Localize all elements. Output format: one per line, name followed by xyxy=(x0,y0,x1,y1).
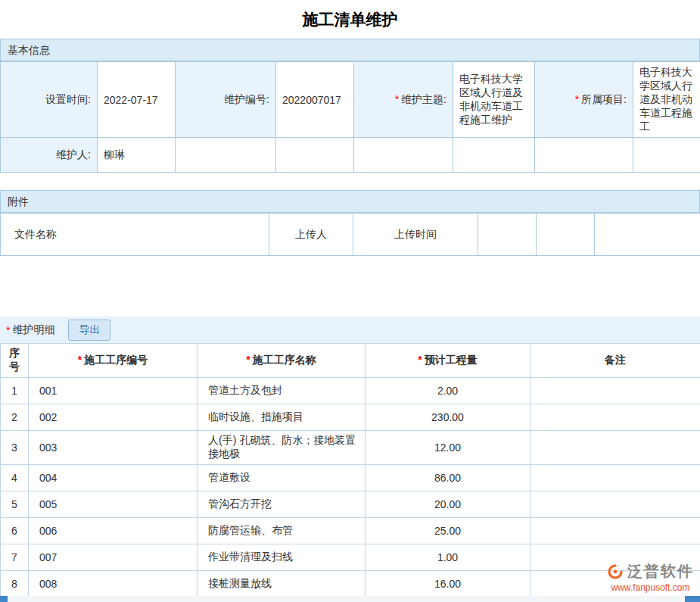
empty-cell xyxy=(276,138,354,173)
table-row: 8 008 接桩测量放线 16.00 xyxy=(1,571,700,597)
field-label-maint-no: 维护编号: xyxy=(176,62,276,138)
required-marker: * xyxy=(246,354,250,366)
cell-remark xyxy=(530,431,700,465)
col-header-text: 施工工序名称 xyxy=(253,354,316,366)
cell-name: 管沟石方开挖 xyxy=(198,491,366,518)
empty-cell xyxy=(354,138,453,173)
detail-title: 维护明细 xyxy=(12,323,54,337)
col-header-code: *施工工序编号 xyxy=(29,344,198,378)
cell-qty: 2.00 xyxy=(366,378,530,404)
table-row: 6 006 防腐管运输、布管 25.00 xyxy=(1,518,700,544)
cell-code: 006 xyxy=(29,518,198,544)
horizontal-scrollbar[interactable] xyxy=(0,596,700,602)
cell-remark xyxy=(530,465,700,491)
empty-cell xyxy=(595,214,700,256)
field-label-maint-subject: *维护主题: xyxy=(354,62,453,138)
col-header-seq: 序号 xyxy=(1,344,29,378)
section-header-basic-info: 基本信息 xyxy=(0,39,700,61)
col-header-remark: 备注 xyxy=(530,344,700,378)
scrollbar-right-thumb[interactable] xyxy=(685,596,700,602)
empty-cell xyxy=(535,138,633,173)
required-marker: * xyxy=(6,324,10,336)
cell-qty: 1.00 xyxy=(366,544,530,571)
field-value-project: 电子科技大学区域人行道及非机动车道工程施工 xyxy=(633,62,700,138)
vendor-name: 泛普软件 xyxy=(627,561,694,582)
cell-seq: 4 xyxy=(1,465,29,491)
required-marker: * xyxy=(395,93,399,105)
cell-qty: 20.00 xyxy=(366,491,530,518)
section-gap xyxy=(0,173,700,190)
scrollbar-left-thumb[interactable] xyxy=(0,596,8,602)
cell-remark xyxy=(530,491,700,518)
page-title: 施工清单维护 xyxy=(0,0,700,39)
empty-cell xyxy=(537,214,595,256)
col-header-qty: *预计工程量 xyxy=(366,344,530,378)
cell-name: 临时设施、措施项目 xyxy=(198,404,366,431)
table-row: 1 001 管道土方及包封 2.00 xyxy=(1,378,700,404)
cell-qty: 230.00 xyxy=(366,404,530,431)
cell-seq: 7 xyxy=(1,544,29,571)
vendor-watermark: 泛普软件 www.fanpusoft.com xyxy=(607,561,694,593)
fanpusoft-logo-icon xyxy=(607,563,624,580)
required-marker: * xyxy=(575,93,579,105)
cell-name: 防腐管运输、布管 xyxy=(198,518,366,544)
attachments-empty-area xyxy=(0,256,700,317)
col-header-text: 施工工序编号 xyxy=(84,354,148,366)
required-marker: * xyxy=(418,354,422,366)
cell-seq: 5 xyxy=(1,491,29,518)
cell-seq: 2 xyxy=(1,404,29,431)
field-value-set-time: 2022-07-17 xyxy=(98,62,176,138)
basic-info-title: 基本信息 xyxy=(8,44,50,56)
detail-table: 序号 *施工工序编号 *施工工序名称 *预计工程量 备注 1 001 管道土方及… xyxy=(0,343,700,597)
cell-qty: 16.00 xyxy=(366,571,530,597)
field-value-maintainer: 柳琳 xyxy=(98,138,176,173)
empty-cell xyxy=(453,138,535,173)
table-row: 3 003 人(手) 孔砌筑、防水；接地装置接地极 12.00 xyxy=(1,431,700,465)
cell-name: 接桩测量放线 xyxy=(198,571,366,597)
empty-cell xyxy=(176,138,276,173)
field-value-maint-subject: 电子科技大学区域人行道及非机动车道工程施工维护 xyxy=(453,62,535,138)
cell-remark xyxy=(530,378,700,404)
cell-seq: 6 xyxy=(1,518,29,544)
attachments-table: 文件名称 上传人 上传时间 xyxy=(0,213,700,256)
section-header-attachments: 附件 xyxy=(0,190,700,213)
cell-qty: 25.00 xyxy=(366,518,530,544)
attach-col-uploader: 上传人 xyxy=(269,214,353,256)
basic-info-table: 设置时间: 2022-07-17 维护编号: 2022007017 *维护主题:… xyxy=(0,61,700,173)
attachments-title: 附件 xyxy=(8,195,29,207)
cell-name: 作业带清理及扫线 xyxy=(198,544,366,571)
empty-cell xyxy=(478,214,537,256)
field-label-text: 所属项目: xyxy=(581,93,627,105)
field-label-maintainer: 维护人: xyxy=(1,138,98,173)
table-row: 4 004 管道敷设 86.00 xyxy=(1,465,700,491)
attach-col-upload-time: 上传时间 xyxy=(353,214,478,256)
field-label-text: 维护主题: xyxy=(401,93,446,105)
cell-code: 003 xyxy=(29,431,198,465)
cell-code: 002 xyxy=(29,404,198,431)
cell-seq: 3 xyxy=(1,431,29,465)
export-button[interactable]: 导出 xyxy=(68,320,110,341)
cell-code: 001 xyxy=(29,378,198,404)
cell-seq: 8 xyxy=(1,571,29,597)
cell-qty: 12.00 xyxy=(366,431,530,465)
table-row: 5 005 管沟石方开挖 20.00 xyxy=(1,491,700,518)
cell-code: 007 xyxy=(29,544,198,571)
empty-cell xyxy=(633,138,700,173)
vendor-url: www.fanpusoft.com xyxy=(607,582,694,593)
table-row: 7 007 作业带清理及扫线 1.00 xyxy=(1,544,700,571)
attach-col-filename: 文件名称 xyxy=(1,214,269,256)
basic-info-table-clip: 设置时间: 2022-07-17 维护编号: 2022007017 *维护主题:… xyxy=(0,61,700,173)
field-label-project: *所属项目: xyxy=(535,62,633,138)
cell-code: 005 xyxy=(29,491,198,518)
col-header-name: *施工工序名称 xyxy=(198,344,366,378)
required-marker: * xyxy=(78,354,82,366)
cell-name: 人(手) 孔砌筑、防水；接地装置接地极 xyxy=(198,431,366,465)
field-value-maint-no: 2022007017 xyxy=(276,62,354,138)
detail-header-row: 序号 *施工工序编号 *施工工序名称 *预计工程量 备注 xyxy=(1,344,700,378)
section-header-detail: * 维护明细 导出 xyxy=(0,317,700,343)
cell-remark xyxy=(530,404,700,431)
field-label-set-time: 设置时间: xyxy=(1,62,98,138)
col-header-text: 预计工程量 xyxy=(425,354,478,366)
cell-code: 008 xyxy=(29,571,198,597)
cell-code: 004 xyxy=(29,465,198,491)
